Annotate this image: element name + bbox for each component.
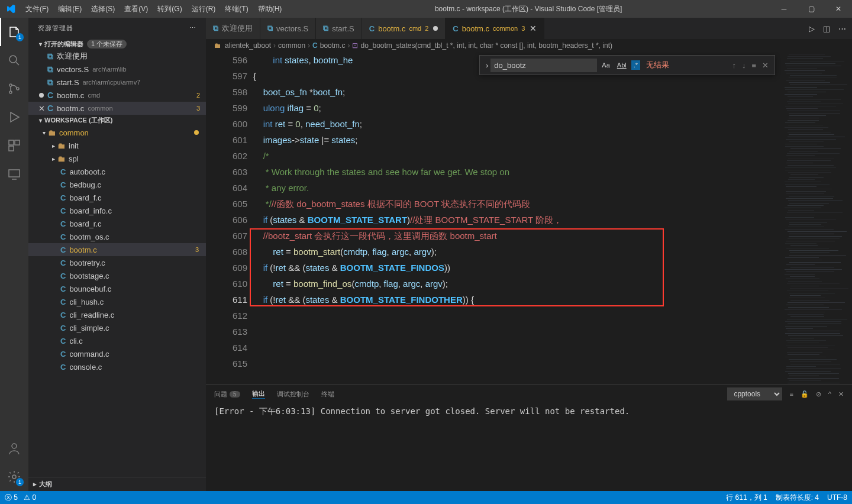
- tree-item[interactable]: Cautoboot.c: [28, 165, 206, 178]
- tree-item[interactable]: ▸🖿spl: [28, 152, 206, 165]
- close-panel-icon[interactable]: ✕: [838, 390, 844, 398]
- unsaved-chip: 1 个未保存: [87, 40, 127, 49]
- tree-item[interactable]: Ccli_simple.c: [28, 321, 206, 334]
- panel: 问题5 输出 调试控制台 终端 cpptools ≡ 🔓 ⊘ ^ ✕ [Erro…: [206, 385, 852, 491]
- maximize-button[interactable]: ▢: [798, 0, 825, 18]
- source-control-icon[interactable]: [0, 75, 28, 103]
- editor-tab[interactable]: ⧉start.S: [316, 18, 362, 39]
- editor-group: ⧉欢迎使用⧉vectors.S⧉start.SCbootm.ccmd2Cboot…: [206, 18, 852, 491]
- menu-item[interactable]: 转到(G): [153, 0, 186, 18]
- chevron-right-icon[interactable]: ›: [483, 61, 490, 70]
- tree-item[interactable]: Cboard_info.c: [28, 204, 206, 217]
- outline-section[interactable]: ▸ 大纲: [28, 477, 206, 491]
- find-word-icon[interactable]: Abl: [615, 60, 629, 70]
- vscode-logo: [0, 4, 21, 14]
- open-editor-item[interactable]: Cbootm.ccmd2: [28, 89, 206, 102]
- status-bar: ⓧ 5 ⚠ 0 行 611，列 1 制表符长度: 4 UTF-8: [0, 491, 852, 504]
- editor-tab[interactable]: ⧉vectors.S: [260, 18, 316, 39]
- find-prev-icon[interactable]: ↑: [732, 61, 736, 70]
- menu-item[interactable]: 帮助(H): [253, 0, 287, 18]
- tab-terminal[interactable]: 终端: [321, 390, 334, 399]
- maximize-panel-icon[interactable]: ^: [828, 390, 831, 398]
- line-gutter[interactable]: 5965975985996006016026036046056066076086…: [206, 52, 247, 385]
- open-editor-item[interactable]: ⧉欢迎使用: [28, 50, 206, 63]
- more-icon[interactable]: ⋯: [838, 24, 846, 33]
- run-debug-icon[interactable]: [0, 103, 28, 131]
- sidebar: 资源管理器 ⋯ ▾ 打开的编辑器 1 个未保存 ⧉欢迎使用⧉vectors.Sa…: [28, 18, 206, 491]
- titlebar: 文件(F)编辑(E)选择(S)查看(V)转到(G)运行(R)终端(T)帮助(H)…: [0, 0, 852, 18]
- tree-item[interactable]: ▸🖿init: [28, 139, 206, 152]
- code-area[interactable]: int states, bootm_he{ boot_os_fn *boot_f…: [247, 52, 781, 385]
- status-encoding[interactable]: UTF-8: [827, 493, 847, 502]
- output-content[interactable]: [Error - 下午6:03:13] Connection to server…: [206, 403, 852, 491]
- lock-icon[interactable]: 🔓: [801, 390, 809, 398]
- extensions-icon[interactable]: [0, 131, 28, 160]
- svg-rect-6: [9, 146, 14, 151]
- settings-icon[interactable]: 1: [0, 463, 28, 491]
- tree-item[interactable]: Cbootstage.c: [28, 269, 206, 282]
- tree-item[interactable]: Cbootm.c3: [28, 243, 206, 256]
- search-icon[interactable]: [0, 46, 28, 75]
- find-widget: › Aa Abl .* 无结果 ↑ ↓ ≡ ✕: [479, 55, 775, 75]
- open-editors-section[interactable]: ▾ 打开的编辑器 1 个未保存: [28, 38, 206, 50]
- find-case-icon[interactable]: Aa: [599, 60, 612, 70]
- status-position[interactable]: 行 611，列 1: [726, 493, 767, 503]
- find-selection-icon[interactable]: ≡: [751, 61, 756, 70]
- menu-item[interactable]: 选择(S): [86, 0, 120, 18]
- editor-tab[interactable]: Cbootm.ccommon3✕: [446, 18, 544, 39]
- find-close-icon[interactable]: ✕: [762, 61, 769, 70]
- clear-icon[interactable]: ⊘: [816, 390, 821, 398]
- tree-item[interactable]: Cboard_f.c: [28, 191, 206, 204]
- menu-item[interactable]: 查看(V): [120, 0, 153, 18]
- sidebar-more-icon[interactable]: ⋯: [189, 24, 196, 32]
- tree-item[interactable]: Cbedbug.c: [28, 178, 206, 191]
- account-icon[interactable]: [0, 434, 28, 463]
- remote-icon[interactable]: [0, 160, 28, 188]
- tab-output[interactable]: 输出: [252, 389, 265, 399]
- minimap[interactable]: [781, 52, 852, 385]
- tree-item[interactable]: Cboard_r.c: [28, 217, 206, 230]
- menu-item[interactable]: 编辑(E): [53, 0, 86, 18]
- open-editor-item[interactable]: ⧉start.Sarch\arm\cpu\armv7: [28, 76, 206, 89]
- tree-item[interactable]: Ccli_readline.c: [28, 308, 206, 321]
- tree-item[interactable]: Cbootm_os.c: [28, 230, 206, 243]
- menu-bar: 文件(F)编辑(E)选择(S)查看(V)转到(G)运行(R)终端(T)帮助(H): [21, 0, 286, 18]
- sidebar-header: 资源管理器: [38, 24, 73, 33]
- tree-item[interactable]: Ccommand.c: [28, 347, 206, 360]
- status-errors[interactable]: ⓧ 5: [5, 493, 18, 503]
- filter-icon[interactable]: ≡: [789, 390, 793, 398]
- tree-item[interactable]: Cbootretry.c: [28, 256, 206, 269]
- editor-tab[interactable]: Cbootm.ccmd2: [362, 18, 446, 39]
- tab-debug-console[interactable]: 调试控制台: [277, 390, 309, 399]
- find-input[interactable]: [490, 59, 597, 72]
- run-icon[interactable]: ▷: [809, 24, 815, 33]
- find-regex-icon[interactable]: .*: [631, 60, 640, 70]
- svg-point-9: [12, 475, 16, 479]
- tree-item[interactable]: Ccli.c: [28, 334, 206, 347]
- output-channel-select[interactable]: cpptools: [727, 387, 782, 400]
- tree-item[interactable]: Cbouncebuf.c: [28, 282, 206, 295]
- close-button[interactable]: ✕: [825, 0, 852, 18]
- status-warnings[interactable]: ⚠ 0: [24, 493, 36, 502]
- menu-item[interactable]: 文件(F): [21, 0, 53, 18]
- svg-rect-7: [9, 170, 20, 177]
- open-editor-item[interactable]: ✕Cbootm.ccommon3: [28, 102, 206, 115]
- tree-item[interactable]: Cconsole.c: [28, 360, 206, 373]
- editor-tab[interactable]: ⧉欢迎使用: [206, 18, 260, 39]
- open-editor-item[interactable]: ⧉vectors.Sarch\arm\lib: [28, 63, 206, 76]
- menu-item[interactable]: 终端(T): [220, 0, 253, 18]
- explorer-icon[interactable]: 1: [0, 18, 28, 46]
- svg-point-1: [9, 84, 12, 86]
- minimize-button[interactable]: ─: [770, 0, 798, 18]
- tree-item[interactable]: Ccli_hush.c: [28, 295, 206, 308]
- svg-point-0: [9, 56, 17, 63]
- status-indent[interactable]: 制表符长度: 4: [776, 493, 819, 503]
- window-title: bootm.c - workspace (工作区) - Visual Studi…: [286, 4, 770, 14]
- split-icon[interactable]: ◫: [823, 24, 830, 33]
- find-next-icon[interactable]: ↓: [742, 61, 746, 70]
- breadcrumb[interactable]: 🖿alientek_uboot ›common ›C bootm.c ›⊡ do…: [206, 39, 852, 52]
- workspace-section[interactable]: ▾ WORKSPACE (工作区): [28, 115, 206, 126]
- menu-item[interactable]: 运行(R): [187, 0, 221, 18]
- tree-item[interactable]: ▾🖿common: [28, 126, 206, 139]
- tab-problems[interactable]: 问题5: [214, 390, 240, 399]
